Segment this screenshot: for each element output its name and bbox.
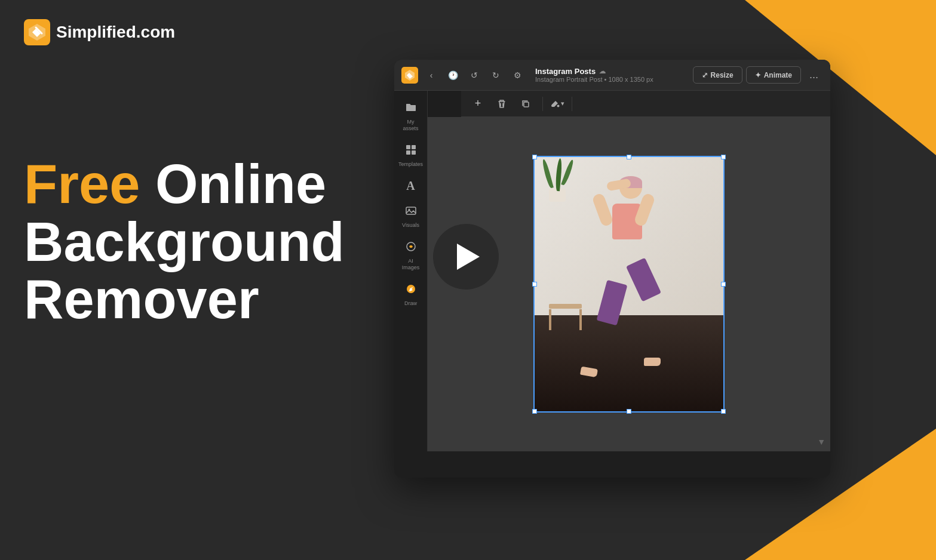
svg-point-12	[557, 104, 560, 107]
sidebar-item-ai-images[interactable]: AI Images	[397, 236, 425, 276]
svg-point-9	[410, 245, 412, 248]
sidebar-label-visuals: Visuals	[402, 222, 419, 229]
sidebar-label-my-assets: My assets	[399, 119, 423, 132]
person-silhouette	[575, 176, 680, 387]
undo-button[interactable]: ↺	[466, 67, 483, 84]
hero-section: Free Online Background Remover	[24, 155, 345, 328]
sidebar-label-ai-images: AI Images	[399, 258, 423, 271]
toolbar-divider-1	[542, 97, 543, 111]
canvas-content	[533, 156, 725, 413]
sidebar-item-my-assets[interactable]: My assets	[397, 97, 425, 137]
duplicate-button[interactable]	[516, 94, 535, 113]
more-options-button[interactable]: ...	[805, 66, 823, 84]
toolbar-divider-2	[572, 97, 572, 111]
project-subtitle: Instagram Portrait Post • 1080 x 1350 px	[535, 76, 688, 83]
add-element-button[interactable]: +	[468, 94, 487, 113]
titlebar-actions: ⤢ Resize ✦ Animate ...	[693, 66, 823, 84]
title-save-icon: ☁	[599, 67, 606, 75]
hero-highlight: Free	[24, 153, 140, 214]
back-button[interactable]: ‹	[423, 67, 440, 84]
titlebar-info: Instagram Posts ☁ Instagram Portrait Pos…	[535, 67, 688, 83]
canvas-toolbar: + ▾	[461, 91, 830, 117]
leaf2	[555, 158, 563, 191]
sidebar: My assets Templates A	[394, 91, 428, 451]
scroll-down-chevron[interactable]: ▼	[817, 437, 825, 447]
hero-line3: Remover	[24, 270, 345, 328]
titlebar-logo-icon	[401, 67, 418, 84]
leg-right	[626, 258, 661, 302]
canvas-area[interactable]: ▼	[428, 117, 830, 451]
stool-leg	[549, 309, 551, 330]
play-button[interactable]	[433, 224, 499, 290]
logo-area: Simplified.com	[24, 19, 175, 45]
project-title: Instagram Posts ☁	[535, 67, 688, 76]
sidebar-item-templates[interactable]: Templates	[397, 139, 425, 173]
svg-rect-11	[524, 102, 529, 107]
hero-line1: Free Online	[24, 155, 345, 213]
chevron-down-icon: ▾	[561, 100, 564, 107]
brand-name: Simplified.com	[56, 23, 175, 42]
image-icon	[405, 205, 417, 220]
foot-left	[580, 367, 598, 378]
delete-element-button[interactable]	[492, 94, 511, 113]
titlebar: ‹ 🕐 ↺ ↻ ⚙ Instagram Posts ☁ Instagram Po…	[394, 60, 830, 91]
foot-right	[644, 358, 661, 366]
paint-bucket-button[interactable]: ▾	[550, 99, 564, 109]
brand-logo-icon	[24, 19, 50, 45]
animate-icon: ✦	[755, 71, 761, 79]
svg-rect-2	[406, 145, 410, 149]
animate-button[interactable]: ✦ Animate	[746, 66, 801, 84]
history-button[interactable]: 🕐	[444, 67, 461, 84]
redo-button[interactable]: ↻	[487, 67, 504, 84]
folder-icon	[405, 101, 417, 116]
sidebar-item-visuals[interactable]: Visuals	[397, 200, 425, 233]
sidebar-label-templates: Templates	[398, 161, 423, 168]
sidebar-item-draw[interactable]: Draw	[397, 278, 425, 312]
hero-line2: Background	[24, 213, 345, 271]
hero-line1-rest: Online	[140, 153, 326, 214]
play-triangle-icon	[457, 244, 480, 270]
leg-left	[597, 279, 628, 325]
ai-icon	[405, 241, 417, 256]
resize-icon: ⤢	[702, 71, 708, 79]
leaves	[549, 158, 566, 191]
svg-rect-5	[412, 150, 416, 155]
resize-button[interactable]: ⤢ Resize	[693, 66, 742, 84]
text-icon: A	[406, 179, 415, 193]
svg-rect-4	[406, 150, 410, 155]
sidebar-item-text[interactable]: A	[397, 174, 425, 198]
svg-rect-6	[406, 207, 416, 214]
svg-rect-3	[412, 145, 416, 149]
grid-icon	[405, 144, 417, 159]
arm-left	[591, 192, 614, 227]
pencil-icon	[405, 283, 417, 298]
settings-button[interactable]: ⚙	[509, 67, 526, 84]
yoga-image	[533, 156, 725, 413]
sidebar-label-draw: Draw	[404, 300, 417, 307]
